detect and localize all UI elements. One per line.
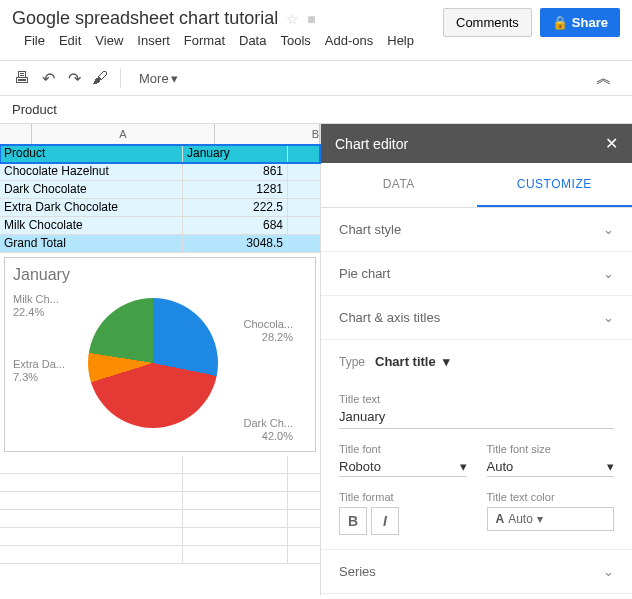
undo-icon[interactable]: ↶ (38, 68, 58, 88)
lock-icon: 🔒 (552, 15, 568, 30)
title-color-label: Title text color (487, 491, 615, 503)
chevron-down-icon: ▾ (607, 459, 614, 474)
redo-icon[interactable]: ↷ (64, 68, 84, 88)
folder-icon[interactable]: ■ (307, 11, 315, 27)
menu-data[interactable]: Data (239, 33, 266, 48)
editor-title: Chart editor (335, 136, 408, 152)
collapse-icon[interactable]: ︽ (596, 68, 612, 89)
chevron-down-icon: ⌄ (603, 564, 614, 579)
tab-data[interactable]: DATA (321, 163, 477, 207)
table-row[interactable]: Dark Chocolate 1281 (0, 181, 320, 199)
share-button[interactable]: 🔒 Share (540, 8, 620, 37)
chevron-down-icon: ▾ (537, 512, 543, 526)
menu-tools[interactable]: Tools (280, 33, 310, 48)
header: Google spreadsheet chart tutorial ☆ ■ Co… (0, 0, 632, 60)
title-font-size-dropdown[interactable]: Auto▾ (487, 459, 615, 477)
col-header-a[interactable]: A (32, 124, 215, 144)
star-icon[interactable]: ☆ (286, 11, 299, 27)
menu-addons[interactable]: Add-ons (325, 33, 373, 48)
title-format-label: Title format (339, 491, 467, 503)
pie-label: Milk Ch...22.4% (13, 293, 59, 319)
table-total-row[interactable]: Grand Total 3048.5 (0, 235, 320, 253)
editor-header: Chart editor ✕ (321, 124, 632, 163)
close-icon[interactable]: ✕ (605, 134, 618, 153)
chart-editor: Chart editor ✕ DATA CUSTOMIZE Chart styl… (320, 124, 632, 595)
select-all-corner[interactable] (0, 124, 32, 144)
menu-view[interactable]: View (95, 33, 123, 48)
menu-file[interactable]: File (24, 33, 45, 48)
menu-insert[interactable]: Insert (137, 33, 170, 48)
bold-button[interactable]: B (339, 507, 367, 535)
divider (120, 68, 121, 88)
italic-button[interactable]: I (371, 507, 399, 535)
section-chart-axis-titles[interactable]: Chart & axis titles ⌄ (321, 296, 632, 340)
toolbar: 🖶 ↶ ↷ 🖌 More ▾ ︽ (0, 60, 632, 96)
chart-embed[interactable]: January Milk Ch...22.4% Chocola...28.2% … (4, 257, 316, 452)
document-title[interactable]: Google spreadsheet chart tutorial (12, 8, 278, 29)
title-color-picker[interactable]: A Auto ▾ (487, 507, 615, 531)
section-pie-chart[interactable]: Pie chart ⌄ (321, 252, 632, 296)
paint-format-icon[interactable]: 🖌 (90, 68, 110, 88)
table-row[interactable]: Chocolate Hazelnut 861 (0, 163, 320, 181)
pie-chart (88, 298, 218, 428)
tab-customize[interactable]: CUSTOMIZE (477, 163, 633, 207)
type-selector-row: Type Chart title ▾ (321, 340, 632, 379)
name-box[interactable]: Product (0, 96, 632, 124)
title-font-label: Title font (339, 443, 467, 455)
print-icon[interactable]: 🖶 (12, 68, 32, 88)
more-button[interactable]: More ▾ (131, 67, 186, 90)
chevron-down-icon: ▾ (460, 459, 467, 474)
spreadsheet: A B Product January Chocolate Hazelnut 8… (0, 124, 320, 595)
section-series[interactable]: Series ⌄ (321, 550, 632, 594)
menu-format[interactable]: Format (184, 33, 225, 48)
type-label: Type (339, 355, 365, 369)
table-header-row[interactable]: Product January (0, 145, 320, 163)
pie-label: Dark Ch...42.0% (243, 417, 293, 443)
chevron-down-icon: ⌄ (603, 266, 614, 281)
pie-label: Chocola...28.2% (243, 318, 293, 344)
comments-button[interactable]: Comments (443, 8, 532, 37)
title-text-label: Title text (339, 393, 614, 405)
col-header-b[interactable]: B (215, 124, 320, 144)
chart-title: January (13, 266, 307, 284)
title-font-size-label: Title font size (487, 443, 615, 455)
table-row[interactable]: Milk Chocolate 684 (0, 217, 320, 235)
type-dropdown[interactable]: Chart title ▾ (375, 354, 450, 369)
title-font-dropdown[interactable]: Roboto▾ (339, 459, 467, 477)
chevron-down-icon: ⌄ (603, 222, 614, 237)
chevron-down-icon: ▾ (171, 71, 178, 86)
section-chart-style[interactable]: Chart style ⌄ (321, 208, 632, 252)
menu-help[interactable]: Help (387, 33, 414, 48)
pie-label: Extra Da...7.3% (13, 358, 65, 384)
title-text-input[interactable]: January (339, 409, 614, 429)
table-row[interactable]: Extra Dark Chocolate 222.5 (0, 199, 320, 217)
chevron-down-icon: ⌄ (603, 310, 614, 325)
section-legend[interactable]: Legend ⌄ (321, 594, 632, 599)
menu-edit[interactable]: Edit (59, 33, 81, 48)
